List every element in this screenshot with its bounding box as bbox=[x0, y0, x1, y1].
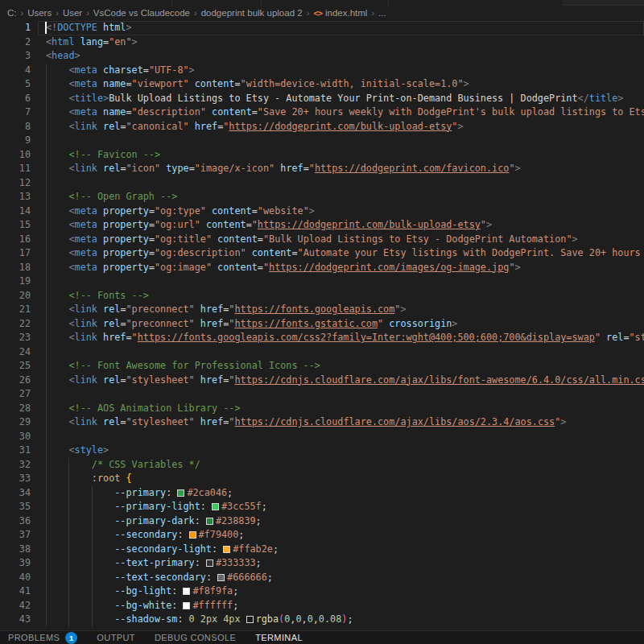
line-number[interactable]: 27 bbox=[0, 387, 31, 402]
line-number[interactable]: 39 bbox=[0, 556, 31, 571]
line-number[interactable]: 19 bbox=[0, 275, 31, 289]
code-line[interactable]: 32 /* CSS Variables */ bbox=[0, 458, 644, 473]
code-line[interactable]: 27 bbox=[0, 387, 644, 402]
code-line[interactable]: 42 --bg-white: #ffffff; bbox=[0, 599, 644, 613]
line-number[interactable]: 9 bbox=[0, 134, 31, 148]
line-number[interactable]: 13 bbox=[0, 190, 31, 204]
code-line[interactable]: 38 --secondary-light: #ffab2e; bbox=[0, 543, 644, 557]
line-number[interactable]: 23 bbox=[0, 331, 31, 345]
code-line[interactable]: 31 <style> bbox=[0, 444, 644, 458]
color-swatch[interactable] bbox=[206, 559, 213, 567]
code-line[interactable]: 8 <link rel="canonical" href="https://do… bbox=[0, 120, 644, 134]
code-line[interactable]: 3<head> bbox=[0, 49, 644, 64]
line-number[interactable]: 32 bbox=[0, 458, 31, 473]
line-number[interactable]: 28 bbox=[0, 402, 31, 416]
breadcrumb-item-folder[interactable]: VsCode vs Claudecode bbox=[93, 8, 190, 18]
color-swatch[interactable] bbox=[246, 616, 254, 623]
panel-tab-output[interactable]: OUTPUT bbox=[97, 633, 135, 642]
code-line[interactable]: 43 --shadow-sm: 0 2px 4px rgba(0,0,0,0.0… bbox=[0, 613, 644, 627]
code-line[interactable]: 10 <!-- Favicon --> bbox=[0, 148, 644, 163]
line-number[interactable]: 10 bbox=[0, 148, 31, 163]
panel-tab-terminal[interactable]: TERMINAL bbox=[255, 633, 303, 642]
line-number[interactable]: 3 bbox=[0, 49, 31, 64]
color-swatch[interactable] bbox=[189, 531, 196, 539]
breadcrumb-item-users[interactable]: Users bbox=[27, 8, 52, 18]
panel-tab-problems[interactable]: PROBLEMS 1 bbox=[8, 632, 77, 644]
code-line[interactable]: 4 <meta charset="UTF-8"> bbox=[0, 64, 644, 78]
code-line[interactable]: 26 <link rel="stylesheet" href="https://… bbox=[0, 374, 644, 388]
line-number[interactable]: 34 bbox=[0, 486, 31, 501]
line-number[interactable]: 24 bbox=[0, 345, 31, 360]
code-line[interactable]: 39 --text-primary: #333333; bbox=[0, 556, 644, 571]
code-line[interactable]: 9 bbox=[0, 134, 644, 148]
line-number[interactable]: 15 bbox=[0, 218, 31, 233]
line-number[interactable]: 18 bbox=[0, 261, 31, 275]
code-line[interactable]: 24 bbox=[0, 345, 644, 360]
breadcrumb-item-drive[interactable]: C: bbox=[7, 8, 17, 18]
code-line[interactable]: 40 --text-secondary: #666666; bbox=[0, 571, 644, 585]
line-number[interactable]: 33 bbox=[0, 472, 31, 486]
code-line[interactable]: 2<html lang="en"> bbox=[0, 35, 644, 50]
line-number[interactable]: 41 bbox=[0, 584, 31, 599]
line-number[interactable]: 40 bbox=[0, 571, 31, 585]
color-swatch[interactable] bbox=[177, 489, 184, 497]
line-number[interactable]: 26 bbox=[0, 374, 31, 388]
code-line[interactable]: 6 <title>Bulk Upload Listings to Etsy - … bbox=[0, 92, 644, 106]
line-number[interactable]: 2 bbox=[0, 35, 31, 50]
color-swatch[interactable] bbox=[206, 518, 213, 525]
line-number[interactable]: 20 bbox=[0, 289, 31, 303]
line-number[interactable]: 29 bbox=[0, 415, 31, 430]
line-number[interactable]: 37 bbox=[0, 528, 31, 543]
line-number[interactable]: 25 bbox=[0, 359, 31, 374]
code-line[interactable]: 33 :root { bbox=[0, 472, 644, 486]
code-line[interactable]: 23 <link href="https://fonts.googleapis.… bbox=[0, 331, 644, 345]
line-number[interactable]: 7 bbox=[0, 105, 31, 120]
code-line[interactable]: 14 <meta property="og:type" content="web… bbox=[0, 204, 644, 219]
code-line[interactable]: 18 <meta property="og:image" content="ht… bbox=[0, 261, 644, 275]
code-line[interactable]: 21 <link rel="preconnect" href="https://… bbox=[0, 303, 644, 317]
code-line[interactable]: 17 <meta property="og:description" conte… bbox=[0, 246, 644, 261]
line-number[interactable]: 42 bbox=[0, 599, 31, 613]
breadcrumb-item-user[interactable]: User bbox=[63, 8, 82, 18]
code-line[interactable]: 1<!DOCTYPE html> bbox=[0, 21, 644, 35]
line-number[interactable]: 38 bbox=[0, 543, 31, 557]
breadcrumb-item-file[interactable]: index.html bbox=[325, 8, 367, 18]
code-line[interactable]: 35 --primary-light: #3cc55f; bbox=[0, 500, 644, 514]
line-number[interactable]: 5 bbox=[0, 77, 31, 92]
line-number[interactable]: 17 bbox=[0, 246, 31, 261]
code-line[interactable]: 20 <!-- Fonts --> bbox=[0, 289, 644, 303]
code-line[interactable]: 13 <!-- Open Graph --> bbox=[0, 190, 644, 204]
line-number[interactable]: 22 bbox=[0, 317, 31, 332]
line-number[interactable]: 36 bbox=[0, 514, 31, 529]
line-number[interactable]: 21 bbox=[0, 303, 31, 317]
line-number[interactable]: 43 bbox=[0, 613, 31, 627]
color-swatch[interactable] bbox=[183, 588, 190, 595]
code-editor[interactable]: 1<!DOCTYPE html>2<html lang="en">3<head>… bbox=[0, 20, 644, 630]
code-line[interactable]: 30 bbox=[0, 430, 644, 444]
line-number[interactable]: 8 bbox=[0, 120, 31, 134]
line-number[interactable]: 16 bbox=[0, 233, 31, 247]
line-number[interactable]: 14 bbox=[0, 204, 31, 219]
color-swatch[interactable] bbox=[217, 574, 225, 581]
line-number[interactable]: 12 bbox=[0, 176, 31, 191]
code-line[interactable]: 5 <meta name="viewport" content="width=d… bbox=[0, 77, 644, 92]
panel-tab-debug-console[interactable]: DEBUG CONSOLE bbox=[155, 633, 236, 642]
code-line[interactable]: 41 --bg-light: #f8f9fa; bbox=[0, 584, 644, 599]
code-line[interactable]: 25 <!-- Font Awesome for Professional Ic… bbox=[0, 359, 644, 374]
code-line[interactable]: 37 --secondary: #f79400; bbox=[0, 528, 644, 543]
code-line[interactable]: 15 <meta property="og:url" content="http… bbox=[0, 218, 644, 233]
breadcrumb-item-project-folder[interactable]: dodgeprint bulk upload 2 bbox=[201, 8, 303, 18]
code-line[interactable]: 29 <link rel="stylesheet" href="https://… bbox=[0, 415, 644, 430]
line-number[interactable]: 35 bbox=[0, 500, 31, 514]
code-line[interactable]: 16 <meta property="og:title" content="Bu… bbox=[0, 233, 644, 247]
code-line[interactable]: 28 <!-- AOS Animation Library --> bbox=[0, 402, 644, 416]
code-line[interactable]: 12 bbox=[0, 176, 644, 191]
code-line[interactable]: 19 bbox=[0, 275, 644, 289]
line-number[interactable]: 6 bbox=[0, 92, 31, 106]
editor-tab-strip[interactable] bbox=[0, 0, 644, 6]
line-number[interactable]: 1 bbox=[0, 21, 31, 35]
code-line[interactable]: 11 <link rel="icon" type="image/x-icon" … bbox=[0, 162, 644, 176]
code-line[interactable]: 34 --primary: #2ca046; bbox=[0, 486, 644, 501]
color-swatch[interactable] bbox=[223, 546, 230, 553]
line-number[interactable]: 11 bbox=[0, 162, 31, 176]
